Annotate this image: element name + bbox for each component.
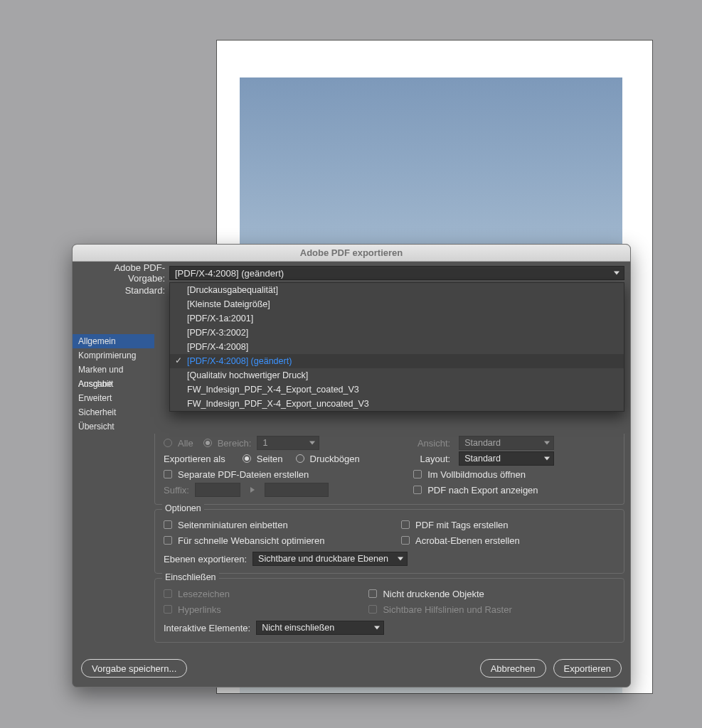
pages-range-input[interactable]: 1 (257, 436, 319, 450)
export-layers-select[interactable]: Sichtbare und druckbare Ebenen (252, 552, 408, 566)
include-group: Einschließen Lesezeichen Hyperlinks (154, 578, 624, 643)
chevron-down-icon (374, 626, 380, 630)
acrobat-layers-label: Acrobat-Ebenen erstellen (415, 535, 520, 546)
nonprinting-checkbox[interactable] (368, 589, 377, 598)
hyperlinks-checkbox (164, 605, 172, 614)
pages-range-value: 1 (262, 438, 267, 448)
cancel-button[interactable]: Abbrechen (480, 659, 546, 678)
dialog-footer: Vorgabe speichern... Abbrechen Exportier… (73, 650, 630, 687)
view-layout-select[interactable]: Standard (459, 451, 554, 466)
preset-option-label: [PDF/X-4:2008] (geändert) (187, 356, 292, 366)
pages-range-label: Bereich: (218, 438, 252, 449)
preset-option[interactable]: [PDF/X-3:2002] (170, 326, 624, 340)
sidebar-item-sicherheit[interactable]: Sicherheit (73, 405, 154, 419)
preset-option[interactable]: [Kleinste Dateigröße] (170, 297, 624, 311)
separate-pdf-label: Separate PDF-Dateien erstellen (178, 469, 309, 480)
preset-option-label: [PDF/X-3:2002] (187, 328, 248, 338)
save-preset-button[interactable]: Vorgabe speichern... (81, 659, 187, 678)
preset-option[interactable]: [Qualitativ hochwertiger Druck] (170, 368, 624, 382)
sidebar-item-übersicht[interactable]: Übersicht (73, 419, 154, 434)
preset-option[interactable]: [Druckausgabequalität] (170, 283, 624, 297)
chevron-down-icon (309, 441, 315, 445)
sidebar-item-allgemein[interactable]: Allgemein (73, 334, 154, 348)
thumbnails-checkbox[interactable] (164, 520, 172, 529)
view-layout-label: Layout: (413, 454, 453, 464)
preset-option-label: [Kleinste Dateigröße] (187, 299, 270, 309)
thumbnails-label: Seitenminiaturen einbetten (178, 520, 288, 530)
nonprinting-label: Nicht druckende Objekte (383, 589, 484, 599)
check-icon: ✓ (175, 355, 182, 365)
chevron-down-icon (544, 457, 550, 461)
suffix-input-2[interactable] (265, 483, 329, 497)
interactive-elements-value: Nicht einschließen (262, 623, 334, 633)
category-sidebar: AllgemeinKomprimierungMarken und Anschni… (73, 299, 154, 650)
preset-option-label: [Qualitativ hochwertiger Druck] (187, 370, 308, 380)
options-group: Optionen Seitenminiaturen einbetten Für … (154, 509, 624, 574)
pdf-preset-value: [PDF/X-4:2008] (geändert) (175, 268, 284, 279)
separate-pdf-checkbox[interactable] (164, 470, 172, 478)
pages-all-radio[interactable] (164, 439, 172, 447)
preset-option-label: FW_Indesign_PDF_X-4_Export_coated_V3 (187, 385, 359, 395)
fast-web-label: Für schnelle Webansicht optimieren (178, 535, 324, 546)
export-layers-value: Sichtbare und druckbare Ebenen (258, 554, 388, 564)
dialog-title: Adobe PDF exportieren (73, 245, 630, 262)
preset-option[interactable]: FW_Indesign_PDF_X-4_Export_uncoated_V3 (170, 397, 624, 411)
export-as-pages-label: Seiten (257, 454, 283, 464)
preset-option-label: [PDF/X-1a:2001] (187, 314, 253, 323)
sidebar-item-erweitert[interactable]: Erweitert (73, 391, 154, 405)
suffix-label: Suffix: (164, 485, 189, 496)
pages-range-radio[interactable] (203, 439, 212, 447)
interactive-elements-label: Interaktive Elemente: (164, 623, 250, 633)
view-after-export-checkbox[interactable] (413, 486, 422, 494)
triangle-right-icon (250, 487, 255, 493)
guides-grids-label: Sichtbare Hilfslinien und Raster (383, 604, 511, 615)
preset-option-label: [PDF/X-4:2008] (187, 342, 248, 352)
export-as-spreads-radio[interactable] (296, 454, 304, 463)
preset-option[interactable]: ✓[PDF/X-4:2008] (geändert) (170, 354, 624, 368)
fullscreen-checkbox[interactable] (413, 470, 422, 478)
interactive-elements-select[interactable]: Nicht einschließen (256, 621, 384, 635)
preset-option[interactable]: [PDF/X-4:2008] (170, 340, 624, 354)
options-legend: Optionen (162, 503, 204, 513)
chevron-down-icon (544, 441, 550, 445)
bookmarks-checkbox (164, 589, 172, 598)
preset-option-label: [Druckausgabequalität] (187, 285, 278, 295)
export-as-spreads-label: Druckbögen (310, 454, 360, 464)
preset-option[interactable]: [PDF/X-1a:2001] (170, 311, 624, 326)
suffix-input-1[interactable] (195, 483, 240, 497)
view-ansicht-select[interactable]: Standard (459, 436, 554, 450)
fullscreen-label: Im Vollbildmodus öffnen (427, 469, 526, 480)
pages-group: Alle Bereich: 1 Exportieren als (154, 434, 624, 505)
guides-grids-checkbox (368, 605, 377, 614)
acrobat-layers-checkbox[interactable] (401, 536, 410, 545)
export-button[interactable]: Exportieren (553, 659, 622, 678)
chevron-down-icon (398, 557, 403, 561)
export-pdf-dialog: Adobe PDF exportieren Adobe PDF-Vorgabe:… (72, 244, 631, 687)
export-as-pages-radio[interactable] (243, 454, 251, 463)
fast-web-checkbox[interactable] (164, 536, 172, 545)
view-after-export-label: PDF nach Export anzeigen (427, 485, 538, 496)
chevron-down-icon (614, 272, 619, 275)
sidebar-item-marken-und-anschnitt[interactable]: Marken und Anschnitt (73, 363, 154, 377)
tagged-pdf-checkbox[interactable] (401, 520, 410, 529)
preset-label: Adobe PDF-Vorgabe: (78, 262, 169, 284)
dialog-header: Adobe PDF-Vorgabe: [PDF/X-4:2008] (geänd… (73, 262, 630, 299)
standard-label: Standard: (78, 285, 169, 296)
export-as-label: Exportieren als (164, 454, 225, 464)
export-layers-label: Ebenen exportieren: (164, 554, 247, 564)
hyperlinks-label: Hyperlinks (178, 604, 221, 615)
pdf-preset-select[interactable]: [PDF/X-4:2008] (geändert) (169, 266, 624, 280)
preset-option[interactable]: FW_Indesign_PDF_X-4_Export_coated_V3 (170, 382, 624, 397)
include-legend: Einschließen (162, 572, 219, 582)
pdf-preset-dropdown[interactable]: [Druckausgabequalität][Kleinste Dateigrö… (169, 282, 624, 412)
view-ansicht-value: Standard (464, 438, 501, 448)
sidebar-item-komprimierung[interactable]: Komprimierung (73, 348, 154, 363)
sidebar-item-ausgabe[interactable]: Ausgabe (73, 377, 154, 391)
view-layout-value: Standard (464, 454, 501, 464)
view-ansicht-label: Ansicht: (413, 438, 453, 449)
pages-all-label: Alle (178, 438, 193, 449)
bookmarks-label: Lesezeichen (178, 589, 230, 599)
tagged-pdf-label: PDF mit Tags erstellen (415, 520, 509, 530)
preset-option-label: FW_Indesign_PDF_X-4_Export_uncoated_V3 (187, 399, 369, 409)
